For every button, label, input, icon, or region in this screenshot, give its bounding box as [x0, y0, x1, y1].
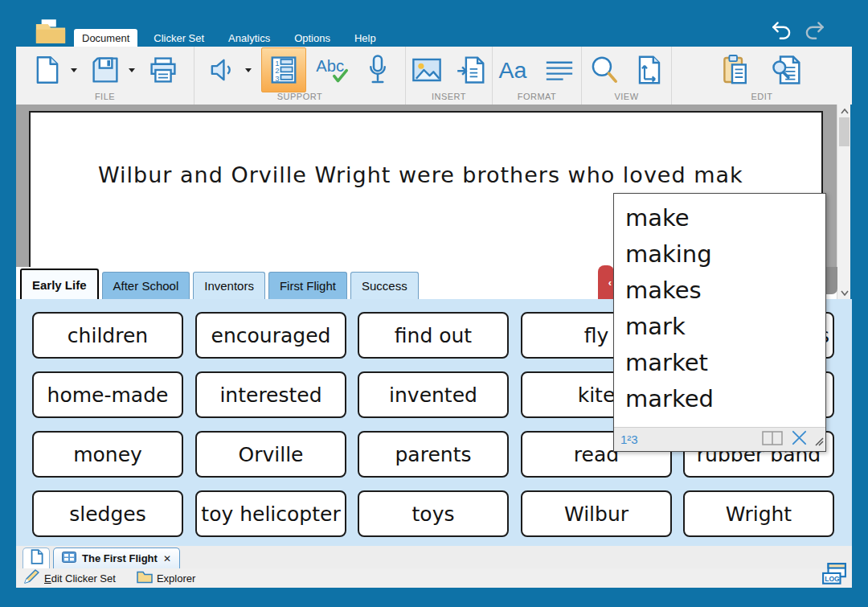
prediction-popup-toolbar: 1²3	[614, 427, 825, 451]
group-label-support: SUPPORT	[194, 92, 405, 101]
menu-tab-document[interactable]: Document	[74, 29, 137, 47]
prediction-word[interactable]: make	[625, 200, 825, 236]
clicker-app-window: Document Clicker Set Analytics Options H…	[0, 0, 868, 607]
menu-tab-clicker-set[interactable]: Clicker Set	[145, 29, 212, 47]
page-setup-button[interactable]	[631, 48, 668, 92]
word-cell-home-made[interactable]: home-made	[32, 371, 183, 418]
group-label-insert: INSERT	[406, 92, 492, 101]
group-label-format: FORMAT	[493, 92, 581, 101]
svg-text:Abc: Abc	[316, 57, 344, 75]
svg-text:LOG: LOG	[825, 575, 840, 583]
log-button[interactable]: LOG	[821, 563, 847, 589]
word-cell-orville[interactable]: Orville	[195, 431, 346, 478]
resize-grip-icon[interactable]	[814, 435, 824, 449]
word-cell-sledges[interactable]: sledges	[32, 490, 183, 537]
scroll-up-icon[interactable]	[837, 105, 851, 117]
prediction-word[interactable]: market	[625, 345, 825, 381]
redo-icon[interactable]	[802, 19, 826, 43]
prediction-word[interactable]: makes	[625, 273, 825, 309]
word-cell-invented[interactable]: invented	[358, 371, 509, 418]
save-button[interactable]	[87, 48, 124, 92]
word-cell-find-out[interactable]: find out	[358, 312, 509, 359]
group-label-file: FILE	[16, 92, 194, 101]
word-cell-money[interactable]: money	[32, 431, 183, 478]
word-cell-parents[interactable]: parents	[358, 431, 509, 478]
chevron-left-icon: ‹	[608, 277, 612, 289]
ribbon-toolbar: FILE 1 2 3	[16, 47, 852, 105]
scrollbar-thumb[interactable]	[839, 117, 850, 146]
microphone-button[interactable]	[359, 48, 396, 92]
insert-picture-button[interactable]	[408, 48, 445, 92]
prediction-word[interactable]: mark	[625, 309, 825, 345]
word-cell-wright[interactable]: Wright	[683, 490, 834, 537]
svg-text:3: 3	[275, 74, 279, 83]
new-document-button[interactable]	[29, 48, 66, 92]
clicker-set-tab-first-flight[interactable]: The First Flight ✕	[53, 548, 180, 568]
word-cell-encouraged[interactable]: encouraged	[195, 312, 346, 359]
set-page-tab-first-flight[interactable]: First Flight	[268, 272, 347, 299]
word-cell-wilbur[interactable]: Wilbur	[521, 490, 672, 537]
red-pull-tab[interactable]: ‹	[598, 265, 614, 299]
app-logo-folder-icon	[34, 18, 68, 48]
set-page-tab-early-life[interactable]: Early Life	[20, 269, 99, 299]
word-cell-toy-helicopter[interactable]: toy helicopter	[195, 490, 346, 537]
document-text: Wilbur and Orville Wright were brothers …	[98, 162, 743, 187]
svg-text:Aa: Aa	[498, 57, 526, 83]
font-format-button[interactable]: Aa	[496, 48, 533, 92]
menu-tab-analytics[interactable]: Analytics	[220, 29, 278, 47]
save-dropdown-arrow[interactable]	[129, 68, 135, 76]
set-page-tab-success[interactable]: Success	[350, 272, 419, 299]
word-cell-interested[interactable]: interested	[195, 371, 346, 418]
clicker-grid-icon	[62, 552, 76, 566]
word-cell-toys[interactable]: toys	[358, 490, 509, 537]
group-label-view: VIEW	[582, 92, 671, 101]
scroll-down-icon[interactable]	[837, 286, 851, 299]
find-replace-button[interactable]	[768, 48, 805, 92]
document-page-icon	[30, 549, 43, 568]
pencil-icon	[23, 569, 40, 588]
menu-tab-help[interactable]: Help	[346, 29, 384, 47]
new-document-dropdown-arrow[interactable]	[71, 68, 77, 76]
prediction-word[interactable]: marked	[625, 381, 825, 417]
menu-tab-options[interactable]: Options	[286, 29, 338, 47]
print-button[interactable]	[145, 48, 182, 92]
folder-icon	[137, 570, 153, 586]
menu-bar: Document Clicker Set Analytics Options H…	[74, 29, 384, 47]
blank-document-tab[interactable]	[23, 548, 50, 568]
speak-dropdown-arrow[interactable]	[245, 68, 252, 76]
clicker-set-tab-label: The First Flight	[82, 552, 158, 564]
speak-button[interactable]	[203, 48, 240, 92]
word-cell-children[interactable]: children	[32, 312, 183, 359]
prediction-settings-icon[interactable]: 1²3	[620, 433, 638, 446]
document-scrollbar[interactable]	[837, 105, 850, 299]
word-prediction-popup: make making makes mark market marked 1²3	[613, 193, 826, 452]
close-popup-icon[interactable]	[791, 429, 808, 449]
zoom-button[interactable]	[586, 48, 623, 92]
status-bar: Edit Clicker Set Explorer	[16, 568, 852, 588]
dock-popup-icon[interactable]	[762, 431, 783, 449]
paste-button[interactable]	[719, 48, 755, 92]
close-set-tab-icon[interactable]: ✕	[163, 553, 171, 564]
set-page-tab-inventors[interactable]: Inventors	[193, 272, 265, 299]
insert-document-button[interactable]	[453, 48, 490, 92]
set-page-tab-after-school[interactable]: After School	[102, 272, 190, 299]
word-prediction-button[interactable]: 1 2 3	[261, 47, 306, 92]
open-documents-bar: The First Flight ✕	[16, 546, 852, 568]
prediction-word[interactable]: making	[625, 236, 825, 273]
explorer-button[interactable]: Explorer	[137, 570, 195, 586]
edit-clicker-set-button[interactable]: Edit Clicker Set	[23, 569, 116, 588]
spellcheck-button[interactable]: Abc	[314, 48, 351, 92]
paragraph-format-button[interactable]	[541, 48, 578, 92]
group-label-edit: EDIT	[672, 92, 852, 101]
undo-icon[interactable]	[770, 19, 794, 43]
